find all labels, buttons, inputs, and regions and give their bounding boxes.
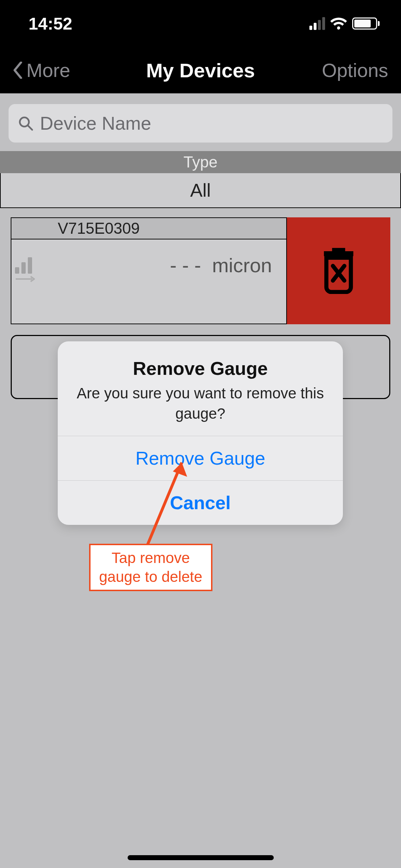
annotation-line2: gauge to delete — [99, 568, 202, 585]
remove-gauge-button[interactable]: Remove Gauge — [58, 436, 343, 480]
remove-gauge-alert: Remove Gauge Are you sure you want to re… — [58, 341, 343, 525]
alert-message: Are you sure you want to remove this gau… — [72, 383, 329, 424]
annotation-line1: Tap remove — [112, 549, 190, 566]
alert-title: Remove Gauge — [72, 358, 329, 379]
alert-header: Remove Gauge Are you sure you want to re… — [58, 341, 343, 436]
home-indicator[interactable] — [128, 855, 274, 860]
cancel-button[interactable]: Cancel — [58, 480, 343, 525]
annotation-label: Tap remove gauge to delete — [89, 544, 212, 591]
